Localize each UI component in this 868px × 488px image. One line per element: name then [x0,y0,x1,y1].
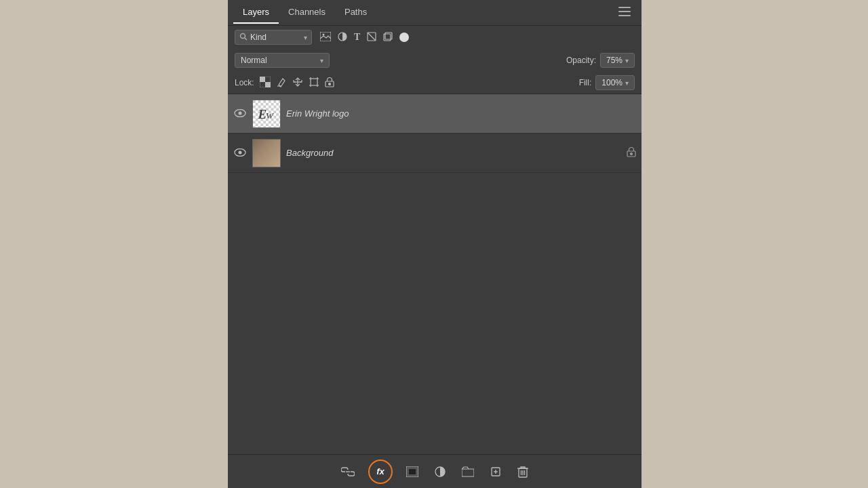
svg-rect-0 [618,7,631,8]
search-icon [239,33,248,42]
fill-input[interactable]: 100% ▾ [595,75,635,90]
fill-group: Fill: 100% ▾ [579,75,635,90]
opacity-arrow: ▾ [625,57,629,64]
layer-thumbnail-2 [252,139,281,167]
image-filter-icon[interactable] [320,32,331,43]
svg-rect-18 [311,79,317,85]
tab-paths[interactable]: Paths [335,1,376,24]
fill-value: 100% [601,78,623,87]
svg-point-30 [239,111,242,115]
fx-label: fx [376,466,384,476]
adjustment-filter-icon[interactable] [338,32,347,43]
layers-list: E W Erin Wright logo Background [228,94,642,454]
link-layers-button[interactable] [338,464,357,479]
lock-label: Lock: [235,78,254,87]
kind-select[interactable]: Kind Name Effect Mode Attribute Color Sm… [250,33,308,42]
create-group-button[interactable] [459,464,477,480]
svg-rect-1 [618,11,631,12]
svg-line-9 [368,33,376,41]
svg-rect-2 [618,15,631,16]
opacity-group: Opacity: 75% ▾ [566,53,635,68]
layer-item-erin-wright-logo[interactable]: E W Erin Wright logo [228,94,642,134]
svg-rect-44 [409,469,416,474]
lock-row: Lock: [228,72,642,94]
svg-point-39 [239,150,242,154]
layer-visibility-toggle-1[interactable] [233,108,247,120]
lock-image-pixels[interactable] [276,77,287,89]
create-adjustment-layer-button[interactable] [432,464,448,480]
layer-lock-icon-2 [627,146,636,159]
lock-artboard[interactable] [309,77,319,89]
blend-opacity-row: Normal Dissolve Multiply Screen Overlay … [228,49,642,72]
delete-layer-button[interactable] [515,463,531,481]
panel-menu-button[interactable] [613,4,636,22]
smart-object-filter-icon[interactable] [383,32,393,43]
lock-all[interactable] [325,77,334,89]
layer-visibility-toggle-2[interactable] [233,147,247,159]
layers-panel: Layers Channels Paths Kind Name Effect [228,0,642,488]
tab-layers[interactable]: Layers [233,1,279,24]
svg-point-3 [241,34,245,39]
kind-filter-select[interactable]: Kind Name Effect Mode Attribute Color Sm… [235,30,312,45]
svg-point-28 [328,83,330,85]
fill-arrow: ▾ [625,79,629,87]
tab-channels[interactable]: Channels [279,1,335,24]
opacity-value: 75% [606,56,623,65]
layer-thumbnail-1: E W [252,100,281,128]
blend-mode-arrow: ▾ [320,57,323,64]
layer-name-2: Background [286,148,621,158]
lock-icons [260,77,334,89]
lock-position[interactable] [292,77,303,89]
bottom-toolbar: fx [228,454,642,488]
filter-icons: T [320,32,409,43]
create-new-layer-button[interactable] [488,464,504,480]
filter-bar: Kind Name Effect Mode Attribute Color Sm… [228,26,642,49]
layer-item-background[interactable]: Background [228,134,642,173]
svg-text:W: W [266,110,275,120]
layer-name-1: Erin Wright logo [286,108,636,119]
kind-dropdown-arrow: ▾ [304,34,307,41]
svg-line-4 [245,38,247,40]
lock-transparent-pixels[interactable] [260,77,271,89]
svg-point-6 [323,33,325,35]
tab-bar: Layers Channels Paths [228,0,642,26]
add-layer-style-button[interactable]: fx [368,460,393,484]
svg-rect-13 [265,82,271,87]
blend-mode-select[interactable]: Normal Dissolve Multiply Screen Overlay … [235,53,330,68]
text-filter-icon[interactable]: T [354,32,360,43]
shape-filter-icon[interactable] [367,32,376,43]
add-layer-mask-button[interactable] [403,464,421,480]
filter-toggle[interactable] [399,33,409,42]
svg-rect-12 [260,77,265,82]
fill-label: Fill: [579,78,592,87]
opacity-label: Opacity: [566,56,596,65]
opacity-input[interactable]: 75% ▾ [600,53,635,68]
svg-point-41 [631,153,633,155]
blend-mode-dropdown[interactable]: Normal Dissolve Multiply Screen Overlay [241,56,317,65]
